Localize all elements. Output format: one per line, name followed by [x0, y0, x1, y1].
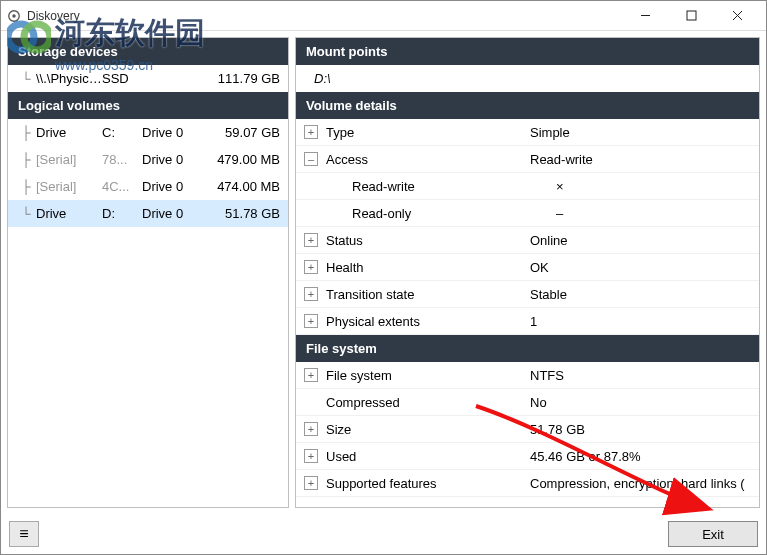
titlebar: Diskovery — [1, 1, 766, 31]
vol-letter: D: — [102, 206, 142, 221]
detail-value: Read-write — [530, 152, 751, 167]
detail-row: +Physical extents1 — [296, 308, 759, 335]
vol-kind: [Serial] — [36, 152, 102, 167]
detail-label: Used — [326, 449, 530, 464]
logical-volumes-header: Logical volumes — [8, 92, 288, 119]
exit-button[interactable]: Exit — [668, 521, 758, 547]
detail-label: Type — [326, 125, 530, 140]
app-icon — [7, 9, 21, 23]
right-panel: Mount points D:\ Volume details +TypeSim… — [295, 37, 760, 508]
vol-size: 59.07 GB — [202, 125, 280, 140]
bottom-bar: ≡ Exit — [1, 514, 766, 554]
detail-row: Read-only– — [296, 200, 759, 227]
expand-icon[interactable]: + — [304, 287, 318, 301]
expand-icon[interactable]: + — [304, 233, 318, 247]
vol-size: 51.78 GB — [202, 206, 280, 221]
device-size: 111.79 GB — [202, 71, 280, 86]
vol-kind: Drive — [36, 206, 102, 221]
vol-letter: 78... — [102, 152, 142, 167]
maximize-button[interactable] — [668, 1, 714, 31]
file-system-header: File system — [296, 335, 759, 362]
detail-row: +Supported featuresCompression, encrypti… — [296, 470, 759, 497]
tree-line: ├ — [16, 179, 36, 194]
expand-icon[interactable]: + — [304, 422, 318, 436]
volume-row[interactable]: ├DriveC:Drive 059.07 GB — [8, 119, 288, 146]
volume-details-header: Volume details — [296, 92, 759, 119]
detail-value: NTFS — [530, 368, 751, 383]
storage-devices-header: Storage devices — [8, 38, 288, 65]
detail-label: Compressed — [326, 395, 530, 410]
expand-icon[interactable]: + — [304, 476, 318, 490]
detail-value: 45.46 GB or 87.8% — [530, 449, 751, 464]
svg-point-1 — [12, 14, 16, 18]
detail-label: Supported features — [326, 476, 530, 491]
svg-rect-3 — [687, 11, 696, 20]
vol-device: Drive 0 — [142, 125, 202, 140]
detail-value: × — [556, 179, 751, 194]
detail-row: +TypeSimple — [296, 119, 759, 146]
vol-device: Drive 0 — [142, 179, 202, 194]
mount-points-header: Mount points — [296, 38, 759, 65]
menu-button[interactable]: ≡ — [9, 521, 39, 547]
detail-label: Transition state — [326, 287, 530, 302]
detail-value: – — [556, 206, 751, 221]
expander-placeholder — [304, 179, 318, 193]
detail-row: +Transition stateStable — [296, 281, 759, 308]
storage-device-row[interactable]: └ \\.\Physical... SSD 111.79 GB — [8, 65, 288, 92]
collapse-icon[interactable]: – — [304, 152, 318, 166]
tree-line: └ — [16, 206, 36, 221]
tree-line: ├ — [16, 125, 36, 140]
detail-value: 1 — [530, 314, 751, 329]
detail-value: No — [530, 395, 751, 410]
detail-label: File system — [326, 368, 530, 383]
expand-icon[interactable]: + — [304, 449, 318, 463]
vol-device: Drive 0 — [142, 206, 202, 221]
vol-size: 479.00 MB — [202, 152, 280, 167]
tree-line: └ — [16, 71, 36, 86]
volume-row[interactable]: ├[Serial]4C...Drive 0474.00 MB — [8, 173, 288, 200]
detail-row: +File systemNTFS — [296, 362, 759, 389]
detail-label: Physical extents — [326, 314, 530, 329]
detail-label: Read-only — [352, 206, 556, 221]
detail-value: 51.78 GB — [530, 422, 751, 437]
mount-point-value: D:\ — [296, 65, 759, 92]
detail-value: Compression, encryption, hard links ( — [530, 476, 751, 491]
tree-line: ├ — [16, 152, 36, 167]
expand-icon[interactable]: + — [304, 314, 318, 328]
detail-label: Access — [326, 152, 530, 167]
detail-row: CompressedNo — [296, 389, 759, 416]
vol-size: 474.00 MB — [202, 179, 280, 194]
vol-letter: C: — [102, 125, 142, 140]
detail-label: Status — [326, 233, 530, 248]
expand-icon[interactable]: + — [304, 368, 318, 382]
detail-value: OK — [530, 260, 751, 275]
detail-row: +HealthOK — [296, 254, 759, 281]
device-name: \\.\Physical... — [36, 71, 102, 86]
detail-row: –AccessRead-write — [296, 146, 759, 173]
vol-letter: 4C... — [102, 179, 142, 194]
detail-value: Simple — [530, 125, 751, 140]
detail-row: Read-write× — [296, 173, 759, 200]
minimize-button[interactable] — [622, 1, 668, 31]
vol-device: Drive 0 — [142, 152, 202, 167]
vol-kind: Drive — [36, 125, 102, 140]
detail-value: Stable — [530, 287, 751, 302]
detail-row: +Used45.46 GB or 87.8% — [296, 443, 759, 470]
detail-label: Read-write — [352, 179, 556, 194]
volume-row[interactable]: └DriveD:Drive 051.78 GB — [8, 200, 288, 227]
detail-row: +Size51.78 GB — [296, 416, 759, 443]
detail-row: +StatusOnline — [296, 227, 759, 254]
detail-label: Health — [326, 260, 530, 275]
detail-value: Online — [530, 233, 751, 248]
window-title: Diskovery — [27, 9, 622, 23]
device-type: SSD — [102, 71, 202, 86]
close-button[interactable] — [714, 1, 760, 31]
expand-icon[interactable]: + — [304, 260, 318, 274]
volume-row[interactable]: ├[Serial]78...Drive 0479.00 MB — [8, 146, 288, 173]
expander-placeholder — [304, 395, 318, 409]
vol-kind: [Serial] — [36, 179, 102, 194]
expander-placeholder — [304, 206, 318, 220]
expand-icon[interactable]: + — [304, 125, 318, 139]
detail-label: Size — [326, 422, 530, 437]
left-panel: Storage devices └ \\.\Physical... SSD 11… — [7, 37, 289, 508]
